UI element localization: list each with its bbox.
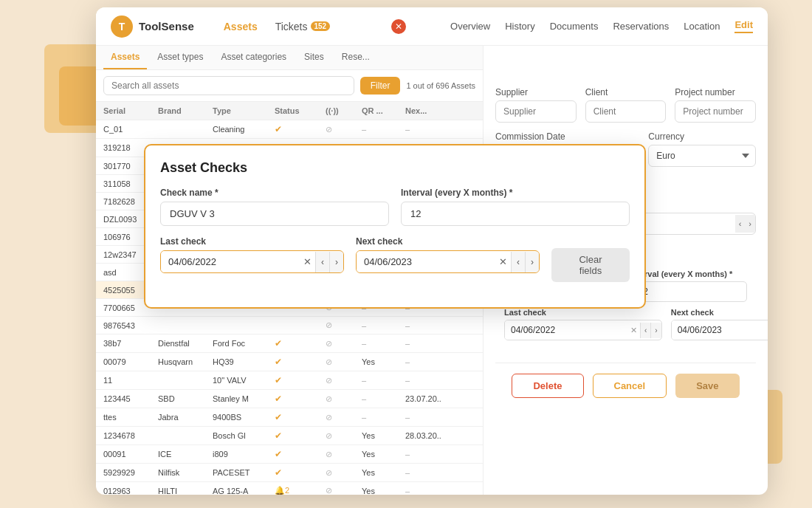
nav-tickets[interactable]: Tickets 152 xyxy=(275,21,331,32)
bc-last-check-clear[interactable]: ✕ xyxy=(627,326,640,335)
project-number-input[interactable] xyxy=(675,100,756,123)
table-row[interactable]: 11 10" VALV ✔ ⊘ – – xyxy=(96,371,483,390)
asset-tabs: Assets Asset types Asset categories Site… xyxy=(96,46,483,70)
commission-date-label: Commission Date xyxy=(495,131,639,142)
logo-icon: T xyxy=(111,16,133,38)
bc-next-check-input[interactable] xyxy=(672,320,768,340)
dialog-check-name-group: Check name * xyxy=(160,188,389,226)
dialog-row-2: Last check ✕ ‹ › Next check ✕ ‹ › Clear … xyxy=(160,236,630,282)
dialog-last-check-wrap: ✕ ‹ › xyxy=(160,250,344,273)
table-row[interactable]: 5929929 Nilfisk PACESET ✔ ⊘ Yes – xyxy=(96,464,483,482)
col-status: Status xyxy=(275,106,323,115)
dialog-interval-label: Interval (every X months) * xyxy=(401,188,630,198)
form-row-supplier: Supplier Client Project number xyxy=(495,87,756,123)
table-header: Serial Brand Type Status ((·)) QR ... Ne… xyxy=(96,102,483,120)
table-row[interactable]: ttes Jabra 9400BS ✔ ⊘ – – xyxy=(96,408,483,427)
asset-count: 1 out of 696 Assets xyxy=(406,81,475,90)
col-brand: Brand xyxy=(158,106,210,115)
dialog-next-check-prev[interactable]: ‹ xyxy=(511,252,525,272)
tab-asset-categories[interactable]: Asset categories xyxy=(213,46,294,69)
next-maintenance-next[interactable]: › xyxy=(745,215,755,233)
currency-select[interactable]: Euro USD GBP xyxy=(648,145,756,167)
bc-interval-input[interactable] xyxy=(630,281,748,302)
delete-button[interactable]: Delete xyxy=(512,374,583,398)
nav-reservations[interactable]: Reservations xyxy=(613,21,669,32)
top-nav: Assets Tickets 152 xyxy=(224,21,330,32)
table-row[interactable]: 38b7 Dienstfal Ford Foc ✔ ⊘ – – xyxy=(96,334,483,353)
tickets-badge: 152 xyxy=(311,21,331,31)
cancel-button[interactable]: Cancel xyxy=(593,374,667,398)
table-row[interactable]: 1234678 Bosch Gl ✔ ⊘ Yes 28.03.20.. xyxy=(96,427,483,445)
asset-checks-dialog: Asset Checks Check name * Interval (ever… xyxy=(144,144,646,309)
client-label: Client xyxy=(585,87,667,97)
dialog-last-check-group: Last check ✕ ‹ › xyxy=(160,236,344,282)
logo-text: ToolSense xyxy=(139,20,194,32)
dialog-next-check-next[interactable]: › xyxy=(525,252,539,272)
bc-row-2: Last check ✕ ‹ › Next check ✕ xyxy=(504,308,747,348)
dialog-next-check-label: Next check xyxy=(356,236,540,247)
table-row[interactable]: 012963 HILTI AG 125-A 🔔2 ⊘ Yes – xyxy=(96,482,483,495)
currency-label: Currency xyxy=(648,131,756,142)
nav-edit[interactable]: Edit xyxy=(734,19,753,33)
bc-last-check-label: Last check xyxy=(504,308,662,317)
dialog-last-check-prev[interactable]: ‹ xyxy=(315,252,329,272)
dialog-next-check-group: Next check ✕ ‹ › xyxy=(356,236,540,282)
project-number-label: Project number xyxy=(675,87,756,97)
dialog-next-check-input[interactable] xyxy=(357,251,495,272)
dialog-title: Asset Checks xyxy=(160,160,630,176)
table-row[interactable]: C_01 Cleaning ✔ ⊘ – – xyxy=(96,120,483,139)
supplier-group: Supplier xyxy=(495,87,577,123)
next-maintenance-prev[interactable]: ‹ xyxy=(735,215,746,233)
client-group: Client xyxy=(585,87,667,123)
tab-asset-types[interactable]: Asset types xyxy=(150,46,210,69)
table-row[interactable]: 00091 ICE i809 ✔ ⊘ Yes – xyxy=(96,445,483,464)
col-serial: Serial xyxy=(103,106,155,115)
action-buttons: Delete Cancel Save xyxy=(495,363,756,408)
nav-history[interactable]: History xyxy=(505,21,534,32)
col-next: Nex... xyxy=(405,106,446,115)
dialog-last-check-input[interactable] xyxy=(161,251,300,272)
bc-next-check-label: Next check xyxy=(671,308,768,317)
dialog-row-1: Check name * Interval (every X months) * xyxy=(160,188,630,226)
search-bar: Filter 1 out of 696 Assets xyxy=(96,70,483,102)
nav-documents[interactable]: Documents xyxy=(550,21,599,32)
dialog-interval-input[interactable] xyxy=(401,202,630,226)
bc-next-check-wrap: ✕ ‹ › xyxy=(671,320,768,340)
filter-button[interactable]: Filter xyxy=(360,77,401,95)
bc-interval-group: Interval (every X months) * xyxy=(630,270,748,302)
dialog-last-check-clear[interactable]: ✕ xyxy=(300,256,315,267)
dialog-clear-fields-button[interactable]: Clear fields xyxy=(551,248,630,282)
search-input[interactable] xyxy=(103,76,354,95)
close-button[interactable]: ✕ xyxy=(391,19,406,34)
bc-last-check-next[interactable]: › xyxy=(650,323,661,338)
supplier-input[interactable] xyxy=(495,100,577,123)
project-number-group: Project number xyxy=(675,87,756,123)
col-wifi: ((·)) xyxy=(326,106,359,115)
nav-assets[interactable]: Assets xyxy=(224,21,258,32)
dialog-next-check-clear[interactable]: ✕ xyxy=(495,256,511,267)
client-input[interactable] xyxy=(585,100,667,123)
table-row[interactable]: 123445 SBD Stanley M ✔ ⊘ – 23.07.20.. xyxy=(96,390,483,408)
bc-last-check-input[interactable] xyxy=(505,320,627,340)
currency-group: Currency Euro USD GBP xyxy=(648,131,756,167)
tab-assets[interactable]: Assets xyxy=(103,46,147,69)
table-row[interactable]: 00079 Husqvarn HQ39 ✔ ⊘ Yes – xyxy=(96,353,483,371)
nav-location[interactable]: Location xyxy=(684,21,720,32)
dialog-next-check-wrap: ✕ ‹ › xyxy=(356,250,540,273)
bc-next-check-group: Next check ✕ ‹ › xyxy=(671,308,768,348)
tab-sites[interactable]: Sites xyxy=(297,46,331,69)
bc-last-check-prev[interactable]: ‹ xyxy=(640,323,650,338)
tab-rese[interactable]: Rese... xyxy=(334,46,377,69)
nav-overview[interactable]: Overview xyxy=(450,21,490,32)
col-qr: QR ... xyxy=(362,106,402,115)
dialog-check-name-input[interactable] xyxy=(160,202,389,226)
table-row[interactable]: 9876543 ⊘ – – xyxy=(96,317,483,334)
dialog-last-check-next[interactable]: › xyxy=(329,252,343,272)
supplier-label: Supplier xyxy=(495,87,577,97)
dialog-last-check-label: Last check xyxy=(160,236,344,247)
bc-last-check-wrap: ✕ ‹ › xyxy=(504,320,662,340)
right-nav: Overview History Documents Reservations … xyxy=(450,19,753,33)
dialog-interval-group: Interval (every X months) * xyxy=(401,188,630,226)
bc-last-check-group: Last check ✕ ‹ › xyxy=(504,308,662,348)
save-button[interactable]: Save xyxy=(675,374,739,398)
